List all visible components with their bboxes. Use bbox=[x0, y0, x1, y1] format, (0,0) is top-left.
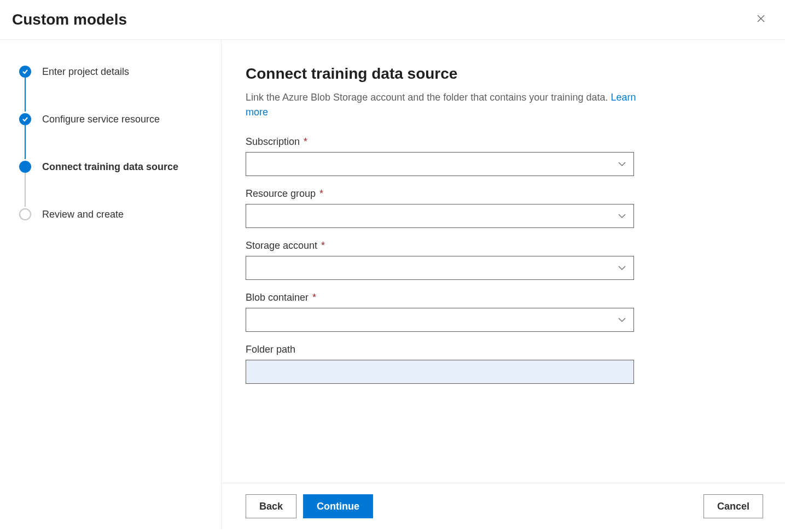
step-label: Configure service resource bbox=[42, 114, 160, 125]
form-panel: Connect training data source Link the Az… bbox=[222, 40, 785, 483]
folder-path-label: Folder path bbox=[246, 344, 634, 355]
subscription-dropdown[interactable] bbox=[246, 152, 634, 176]
wizard-stepper: Enter project details Configure service … bbox=[0, 40, 222, 529]
dialog-title: Custom models bbox=[12, 11, 127, 28]
folder-path-input[interactable] bbox=[246, 360, 634, 384]
step-label: Connect training data source bbox=[42, 161, 178, 173]
wizard-footer: Back Continue Cancel bbox=[222, 483, 785, 529]
close-button[interactable] bbox=[752, 11, 770, 28]
storage-account-label: Storage account * bbox=[246, 240, 634, 252]
continue-button[interactable]: Continue bbox=[303, 494, 373, 518]
step-label: Review and create bbox=[42, 209, 124, 220]
chevron-down-icon bbox=[618, 263, 626, 273]
step-connect-training-data-source[interactable]: Connect training data source bbox=[19, 160, 210, 173]
back-button[interactable]: Back bbox=[246, 494, 296, 518]
cancel-button[interactable]: Cancel bbox=[703, 494, 763, 518]
blob-container-label: Blob container * bbox=[246, 292, 634, 303]
page-heading: Connect training data source bbox=[246, 65, 763, 83]
upcoming-step-icon bbox=[19, 208, 31, 220]
page-description: Link the Azure Blob Storage account and … bbox=[246, 90, 639, 120]
chevron-down-icon bbox=[618, 159, 626, 169]
resource-group-dropdown[interactable] bbox=[246, 204, 634, 228]
step-review-and-create[interactable]: Review and create bbox=[19, 208, 210, 221]
step-label: Enter project details bbox=[42, 66, 129, 78]
storage-account-dropdown[interactable] bbox=[246, 256, 634, 280]
dialog-header: Custom models bbox=[0, 0, 785, 40]
close-icon bbox=[757, 15, 765, 25]
resource-group-label: Resource group * bbox=[246, 188, 634, 200]
chevron-down-icon bbox=[618, 315, 626, 325]
current-step-icon bbox=[19, 161, 31, 173]
chevron-down-icon bbox=[618, 211, 626, 221]
step-configure-service-resource[interactable]: Configure service resource bbox=[19, 113, 210, 126]
check-icon bbox=[19, 66, 31, 78]
check-icon bbox=[19, 113, 31, 125]
blob-container-dropdown[interactable] bbox=[246, 308, 634, 332]
subscription-label: Subscription * bbox=[246, 136, 634, 148]
step-enter-project-details[interactable]: Enter project details bbox=[19, 65, 210, 78]
